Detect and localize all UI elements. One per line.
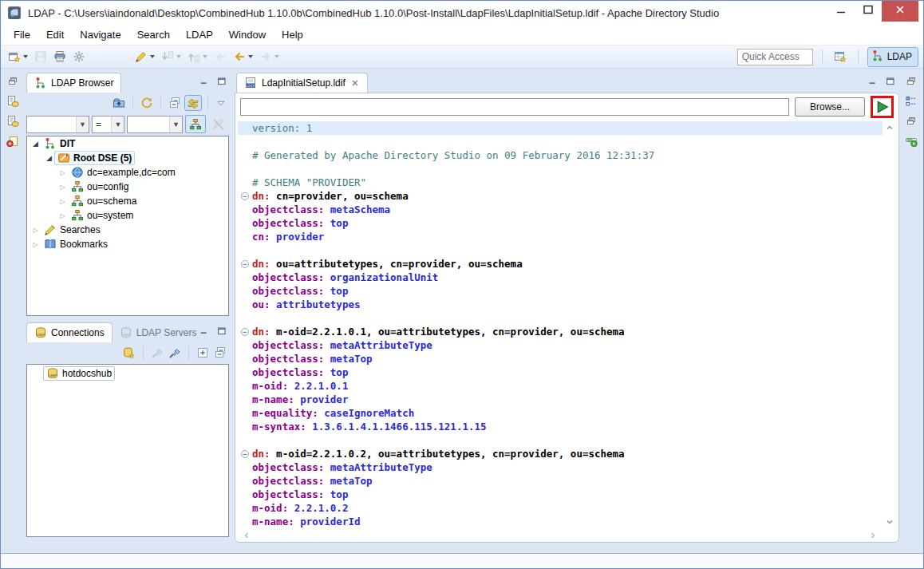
tree-item-ou-system[interactable]: ▷ou=system	[27, 208, 228, 223]
vertical-scrollbar[interactable]	[883, 121, 896, 528]
org-unit-icon	[71, 180, 84, 193]
minimize-button[interactable]	[827, 1, 855, 22]
restore-pane-icon[interactable]	[6, 75, 19, 88]
view-menu-button[interactable]	[214, 97, 228, 109]
tree-item-root-dse-5[interactable]: ◢Root DSE (5)	[27, 151, 228, 165]
menu-edit[interactable]: Edit	[38, 26, 72, 43]
ldif-line: −dn: cn=provider, ou=schema	[238, 189, 883, 203]
tab-connections[interactable]: LDAP Connections	[26, 322, 113, 342]
tree-item-ou-schema[interactable]: ▷ou=schema	[27, 194, 228, 208]
chevron-down-icon	[274, 55, 279, 58]
close-button[interactable]	[882, 1, 918, 22]
back-button[interactable]	[231, 49, 255, 65]
tab-ldapinitialsetup-ldif[interactable]: LDIF LdapInitialSetup.ldif	[236, 73, 368, 93]
connections-icon: LDAP	[34, 326, 47, 339]
fold-collapse-icon[interactable]: −	[241, 450, 249, 458]
filter-operator-combo[interactable]: = ▼	[92, 116, 125, 133]
collapse-all-button[interactable]	[167, 96, 183, 110]
scroll-up-button[interactable]	[885, 123, 894, 132]
ldif-doc-icon[interactable]	[6, 95, 19, 108]
minimize-editor-button[interactable]	[867, 76, 879, 87]
expand-arrow-icon[interactable]: ▷	[30, 241, 41, 248]
execute-ldif-button-highlighted[interactable]	[871, 96, 894, 118]
print-button[interactable]	[51, 49, 69, 65]
fold-collapse-icon[interactable]: −	[241, 192, 249, 200]
expand-arrow-icon[interactable]: ▷	[57, 198, 68, 205]
link-with-editor-icon	[187, 97, 199, 109]
dit-tree: ◢DIT◢Root DSE (5)▷dc=example,dc=com▷ou=c…	[26, 136, 229, 316]
maximize-view-button[interactable]	[216, 76, 227, 87]
preferences-button[interactable]	[70, 49, 88, 65]
ldif-line	[238, 162, 883, 176]
minimize-view-button[interactable]	[199, 76, 210, 87]
menu-file[interactable]: File	[6, 26, 38, 43]
expand-arrow-icon[interactable]: ▷	[57, 169, 68, 176]
tree-item-ou-config[interactable]: ▷ou=config	[27, 180, 228, 194]
maximize-view-button[interactable]	[216, 326, 227, 337]
connection-item-hotdocshub[interactable]: LDAPhotdocshub	[27, 366, 228, 381]
new-wizard-button[interactable]	[6, 49, 30, 65]
filter-attribute-combo[interactable]: ▼	[26, 116, 89, 133]
collapse-arrow-icon[interactable]: ◢	[30, 140, 41, 148]
menu-ldap[interactable]: LDAP	[178, 26, 221, 43]
filter-value-combo[interactable]: ▼	[127, 116, 183, 133]
ldif-editor-content[interactable]: version: 1 # Generated by Apache Directo…	[238, 121, 883, 528]
scroll-left-button[interactable]	[242, 531, 251, 540]
maximize-button[interactable]	[855, 1, 882, 22]
browse-button[interactable]: Browse...	[795, 97, 865, 117]
tab-ldap-browser[interactable]: LDAP Browser	[26, 73, 121, 93]
ldif-target-input[interactable]	[240, 98, 789, 116]
progress-view-icon[interactable]	[905, 135, 918, 148]
expand-arrow-icon[interactable]: ▷	[30, 227, 41, 234]
close-tab-button[interactable]	[350, 78, 360, 88]
menu-help[interactable]: Help	[274, 26, 311, 43]
ldap-browser-icon	[34, 77, 47, 89]
collapse-arrow-icon[interactable]: ◢	[44, 154, 54, 162]
menu-search[interactable]: Search	[129, 26, 178, 43]
new-connection-button[interactable]	[121, 346, 137, 360]
expand-all-button[interactable]	[195, 346, 211, 360]
next-annotation-icon	[161, 50, 174, 63]
fold-collapse-icon[interactable]: −	[241, 328, 249, 336]
maximize-editor-button[interactable]	[885, 76, 896, 87]
fold-collapse-icon[interactable]: −	[241, 260, 249, 268]
ldif-doc-icon[interactable]	[6, 115, 19, 128]
svg-text:LDAP: LDAP	[37, 333, 45, 337]
browser-quick-filter: ▼ = ▼ ▼	[25, 113, 231, 135]
tree-item-bookmarks[interactable]: ▷Bookmarks	[27, 237, 228, 251]
ldap-browser-view: LDAP Browser ▼ = ▼ ▼ ◢DIT◢Root DSE (5)	[25, 73, 231, 318]
tab-ldap-servers[interactable]: LDAP LDAP Servers	[113, 322, 204, 342]
search-button[interactable]	[132, 49, 157, 65]
fetch-entries-button[interactable]	[111, 96, 127, 110]
tree-item-dc-example-dc-com[interactable]: ▷dc=example,dc=com	[27, 165, 228, 180]
tree-item-dit[interactable]: ◢DIT	[27, 136, 228, 151]
minimize-view-button[interactable]	[199, 326, 210, 337]
tree-item-label: Bookmarks	[60, 239, 108, 250]
menu-navigate[interactable]: Navigate	[72, 26, 128, 43]
restore-pane-icon[interactable]	[905, 75, 918, 88]
restore-pane-icon[interactable]	[905, 115, 918, 128]
expand-arrow-icon[interactable]: ▷	[57, 184, 68, 191]
menu-window[interactable]: Window	[221, 26, 274, 43]
svg-text:LDIF: LDIF	[247, 84, 255, 88]
connections-view-toolbar	[25, 342, 231, 363]
quick-access-input[interactable]	[737, 49, 813, 65]
org-unit-icon	[71, 209, 84, 222]
expand-arrow-icon[interactable]: ▷	[57, 212, 68, 219]
connect-icon	[151, 346, 164, 359]
collapse-all-button[interactable]	[212, 346, 228, 360]
disconnect-button[interactable]	[167, 346, 183, 360]
hierarchy-button[interactable]	[185, 115, 206, 133]
horizontal-scrollbar[interactable]	[242, 530, 878, 540]
link-with-editor-button[interactable]	[184, 95, 202, 111]
ldif-line: m-oid: 2.2.1.0.2	[238, 501, 883, 515]
expand-all-icon	[196, 346, 209, 359]
scroll-right-button[interactable]	[868, 531, 878, 540]
problems-doc-icon[interactable]	[6, 135, 19, 148]
open-perspective-button[interactable]	[831, 49, 849, 65]
tree-item-searches[interactable]: ▷Searches	[27, 223, 228, 237]
ldap-perspective-button[interactable]: LDAP	[867, 47, 918, 67]
outline-view-icon[interactable]	[905, 95, 918, 108]
scroll-down-button[interactable]	[885, 517, 894, 527]
refresh-button[interactable]	[139, 96, 155, 110]
